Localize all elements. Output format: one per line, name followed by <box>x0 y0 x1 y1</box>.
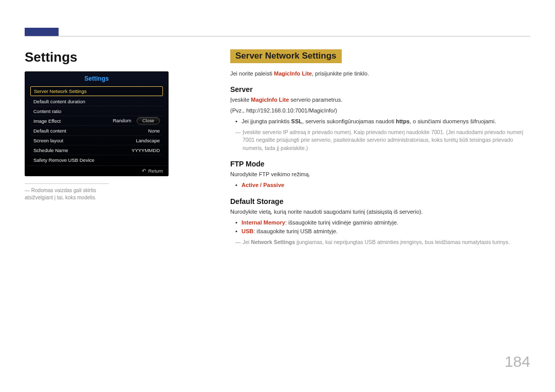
usb-bullet: USB: išsaugokite turinį USB atmintyje. <box>235 227 530 236</box>
text: Jei įjungta parinktis <box>242 118 291 124</box>
text: Jei <box>243 239 251 245</box>
internal-memory-bullet: Internal Memory: išsaugokite turinį vidi… <box>235 218 530 228</box>
model-may-vary-note: Rodomas vaizdas gali skirtis atsižvelgia… <box>25 183 109 201</box>
storage-line-1: Nurodykite vietą, kurią norite naudoti s… <box>230 208 530 216</box>
right-column: Server Network Settings Jei norite palei… <box>230 49 530 247</box>
storage-footnote: Jei Network Settings įjungiamas, kai nep… <box>235 238 530 247</box>
usb: USB <box>242 228 253 234</box>
left-column: Settings Settings Server Network Setting… <box>25 49 199 201</box>
osd-footer: ↶ Return <box>25 165 168 176</box>
storage-bullets: Internal Memory: išsaugokite turinį vidi… <box>235 218 530 236</box>
text: : išsaugokite turinį USB atmintyje. <box>253 228 338 234</box>
text: serverio parametrus. <box>289 97 342 103</box>
server-footnote: Įveskite serverio IP adresą ir prievado … <box>235 128 530 153</box>
server-line-2: (Pvz., http://192.168.0.10:7001/MagicInf… <box>230 106 530 115</box>
osd-row-safety-remove-usb[interactable]: Safety Remove USB Device <box>30 155 163 164</box>
text: , o siunčiami duomenys šifruojami. <box>410 118 496 124</box>
section-heading: Server Network Settings <box>230 49 342 63</box>
close-button[interactable]: Close <box>137 117 160 124</box>
top-rule <box>0 28 555 38</box>
osd-row-image-effect[interactable]: Image Effect Random Close <box>30 116 163 125</box>
text: : išsaugokite turinį vidinėje gaminio at… <box>285 219 398 226</box>
osd-row-server-network-settings[interactable]: Server Network Settings <box>30 86 163 96</box>
text: įjungiamas, kai neprijungtas USB atminti… <box>295 239 510 245</box>
osd-row-schedule-name[interactable]: Schedule Name YYYYMMDD <box>30 145 163 155</box>
ftp-line-1: Nurodykite FTP veikimo režimą. <box>230 170 530 179</box>
osd-row-value: Random <box>113 118 132 123</box>
server-line-1: Įveskite MagicInfo Lite serverio paramet… <box>230 96 530 104</box>
internal-memory: Internal Memory <box>242 219 285 226</box>
osd-row-label: Content ratio <box>33 108 61 114</box>
page-body: Settings Settings Server Network Setting… <box>25 49 530 367</box>
ssl: SSL <box>291 118 302 124</box>
osd-row-default-content[interactable]: Default content None <box>30 125 163 135</box>
text: Įveskite <box>230 97 251 103</box>
osd-menu-list: Server Network Settings Default content … <box>25 84 168 165</box>
server-bullets: Jei įjungta parinktis SSL, serveris suko… <box>235 117 530 126</box>
osd-row-screen-layout[interactable]: Screen layout Landscape <box>30 135 163 145</box>
osd-row-value-wrap: Random Close <box>113 117 160 124</box>
text: , prisijunkite prie tinklo. <box>312 70 369 77</box>
server-subhead: Server <box>230 85 530 94</box>
magicinfo-lite: MagicInfo Lite <box>251 97 289 103</box>
osd-row-value: None <box>148 128 160 134</box>
osd-row-label: Image Effect <box>33 118 61 124</box>
osd-row-label: Server Network Settings <box>34 88 86 94</box>
osd-screenshot: Settings Server Network Settings Default… <box>25 71 169 176</box>
ftp-subhead: FTP Mode <box>230 160 530 168</box>
return-label: Return <box>148 168 163 174</box>
https: https <box>396 118 410 124</box>
ftp-bullets: Active / Passive <box>235 181 530 190</box>
osd-row-label: Safety Remove USB Device <box>33 157 95 163</box>
magicinfo-lite: MagicInfo Lite <box>274 70 312 77</box>
intro-paragraph: Jei norite paleisti MagicInfo Lite, pris… <box>230 69 530 78</box>
page-number: 184 <box>505 353 530 370</box>
osd-row-content-ratio[interactable]: Content ratio <box>30 106 163 116</box>
osd-row-label: Default content duration <box>33 99 85 104</box>
ftp-mode-bullet: Active / Passive <box>235 181 530 190</box>
return-icon: ↶ <box>142 168 146 174</box>
page-title: Settings <box>25 49 199 65</box>
osd-row-label: Default content <box>33 128 66 134</box>
active-section-tab <box>25 28 59 36</box>
network-settings: Network Settings <box>251 239 295 245</box>
ssl-bullet: Jei įjungta parinktis SSL, serveris suko… <box>235 117 530 126</box>
text: , serveris sukonfigūruojamas naudoti <box>302 118 396 124</box>
osd-title: Settings <box>25 72 168 84</box>
osd-row-value: Landscape <box>136 138 160 143</box>
osd-row-label: Screen layout <box>33 138 63 143</box>
active-passive: Active / Passive <box>242 182 284 188</box>
osd-row-value: YYYYMMDD <box>132 147 160 153</box>
osd-row-default-content-duration[interactable]: Default content duration <box>30 96 163 106</box>
text: Jei norite paleisti <box>230 70 274 77</box>
storage-subhead: Default Storage <box>230 197 530 206</box>
osd-row-label: Schedule Name <box>33 147 68 153</box>
